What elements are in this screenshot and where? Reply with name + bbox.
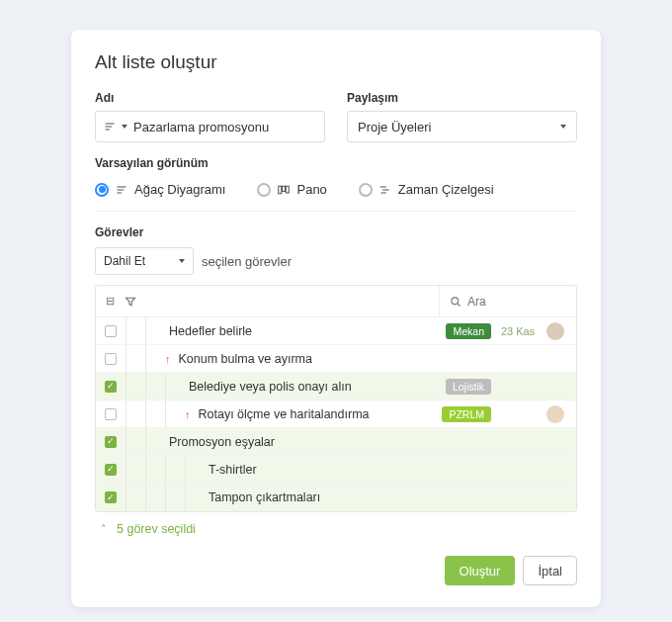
task-date: 23 Kas (491, 325, 545, 337)
create-sublist-modal: Alt liste oluştur Adı Paylaşım Proje Üye… (71, 30, 601, 607)
task-text: Hedefler belirle (165, 324, 252, 338)
priority-up-icon: ↑ (185, 408, 191, 420)
task-checkbox[interactable] (105, 408, 117, 420)
search-input[interactable] (467, 295, 566, 309)
task-tree-cell: ↑Rotayı ölçme ve haritalandırma (126, 400, 422, 427)
share-label: Paylaşım (347, 91, 577, 105)
view-board-radio[interactable]: Pano (257, 182, 326, 197)
collapse-all-icon[interactable]: ⊟ (106, 295, 115, 308)
modal-footer: Oluştur İptal (95, 556, 577, 585)
task-text: T-shirtler (205, 463, 257, 477)
task-text: Belediye veya polis onayı alın (185, 380, 352, 394)
task-checkbox[interactable]: ✓ (105, 436, 117, 448)
radio-unchecked-icon (257, 183, 271, 197)
task-text: Konum bulma ve ayırma (175, 352, 312, 366)
form-row: Adı Paylaşım Proje Üyeleri (95, 91, 577, 142)
modal-title: Alt liste oluştur (95, 51, 577, 73)
task-row[interactable]: ↑Konum bulma ve ayırma (96, 345, 576, 373)
task-row[interactable]: ✓Tampon çıkartmaları (96, 484, 576, 511)
task-tree-cell: ↑Konum bulma ve ayırma (126, 345, 422, 372)
include-suffix: seçilen görevler (202, 254, 292, 269)
name-input-group[interactable] (95, 111, 325, 142)
toolbar-left: ⊟ (96, 295, 136, 308)
selection-summary[interactable]: ˄ 5 görev seçildi (95, 512, 577, 538)
tasks-table: ⊟ Hedefler belirleMekan23 Kas↑Konum bulm… (95, 285, 577, 512)
default-view-label: Varsayılan görünüm (95, 156, 577, 170)
caret-down-icon (560, 125, 566, 129)
task-badge: Lojistik (446, 379, 491, 395)
view-tree-radio[interactable]: Ağaç Diyagramı (95, 182, 225, 197)
task-tree-cell: Tampon çıkartmaları (126, 484, 422, 511)
task-tree-cell: Belediye veya polis onayı alın (126, 373, 422, 400)
timeline-icon (379, 184, 391, 196)
tasks-section: Görevler (95, 225, 577, 239)
share-value: Proje Üyeleri (358, 120, 431, 134)
view-tree-label: Ağaç Diyagramı (134, 182, 225, 197)
task-row[interactable]: ✓Belediye veya polis onayı alınLojistik (96, 373, 576, 400)
view-timeline-radio[interactable]: Zaman Çizelgesi (359, 182, 494, 197)
svg-point-3 (452, 297, 459, 304)
caret-down-icon (179, 259, 185, 263)
share-field-col: Paylaşım Proje Üyeleri (347, 91, 577, 142)
name-input[interactable] (127, 120, 316, 134)
avatar (546, 322, 564, 340)
svg-rect-0 (279, 186, 282, 194)
view-timeline-label: Zaman Çizelgesi (398, 182, 494, 197)
task-badge: PZRLM (442, 406, 491, 422)
task-row[interactable]: ✓T-shirtler (96, 456, 576, 484)
name-field-col: Adı (95, 91, 325, 142)
task-tree-cell: Promosyon eşyalar (126, 428, 422, 455)
share-select[interactable]: Proje Üyeleri (347, 111, 577, 142)
include-select[interactable]: Dahil Et (95, 247, 194, 275)
task-badge: Mekan (446, 323, 491, 339)
task-text: Tampon çıkartmaları (205, 490, 320, 504)
tree-icon (116, 184, 127, 196)
task-tree-cell: Hedefler belirle (126, 317, 422, 344)
task-row[interactable]: ↑Rotayı ölçme ve haritalandırmaPZRLM (96, 400, 576, 428)
default-view-radios: Ağaç Diyagramı Pano Zaman Çizelgesi (95, 176, 577, 212)
task-row[interactable]: ✓Promosyon eşyalar (96, 428, 576, 456)
filter-icon[interactable] (125, 296, 136, 308)
task-checkbox[interactable]: ✓ (105, 464, 117, 476)
task-checkbox[interactable] (105, 325, 117, 337)
avatar (546, 405, 564, 423)
include-value: Dahil Et (104, 254, 145, 268)
toolbar-search (439, 286, 576, 316)
task-checkbox[interactable]: ✓ (105, 381, 117, 393)
create-button[interactable]: Oluştur (445, 556, 516, 585)
task-text: Rotayı ölçme ve haritalandırma (195, 407, 370, 421)
task-checkbox[interactable] (105, 353, 117, 365)
task-rows[interactable]: Hedefler belirleMekan23 Kas↑Konum bulma … (96, 317, 576, 511)
table-toolbar: ⊟ (96, 286, 576, 317)
radio-unchecked-icon (359, 183, 373, 197)
board-icon (278, 184, 290, 196)
cancel-button[interactable]: İptal (523, 556, 577, 585)
task-tree-cell: T-shirtler (126, 456, 422, 483)
svg-rect-2 (287, 186, 290, 193)
chevron-up-icon: ˄ (101, 523, 107, 536)
view-board-label: Pano (296, 182, 326, 197)
priority-up-icon: ↑ (165, 353, 171, 365)
tasks-label: Görevler (95, 225, 577, 239)
svg-rect-1 (283, 186, 286, 191)
summary-text: 5 görev seçildi (117, 522, 196, 536)
include-row: Dahil Et seçilen görevler (95, 247, 577, 275)
task-text: Promosyon eşyalar (165, 435, 275, 449)
name-label: Adı (95, 91, 325, 105)
radio-checked-icon (95, 183, 109, 197)
list-type-icon[interactable] (104, 121, 127, 133)
task-row[interactable]: Hedefler belirleMekan23 Kas (96, 317, 576, 345)
task-checkbox[interactable]: ✓ (105, 491, 117, 503)
search-icon (450, 296, 462, 308)
